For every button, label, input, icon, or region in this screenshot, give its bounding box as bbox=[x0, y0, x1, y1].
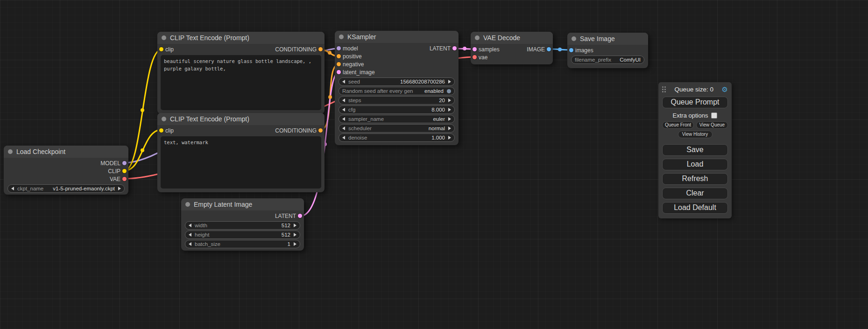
increment-arrow-icon[interactable] bbox=[448, 117, 451, 121]
drag-handle-icon[interactable] bbox=[662, 86, 666, 92]
latent-image-input-dot[interactable] bbox=[337, 70, 341, 74]
collapse-dot-icon[interactable] bbox=[475, 35, 480, 40]
decrement-arrow-icon[interactable] bbox=[342, 98, 345, 102]
extra-options-checkbox[interactable] bbox=[711, 112, 717, 119]
slot-label: LATENT bbox=[275, 213, 296, 219]
refresh-button[interactable]: Refresh bbox=[662, 173, 728, 185]
slot-row: model LATENT bbox=[335, 44, 459, 52]
decrement-arrow-icon[interactable] bbox=[342, 136, 345, 140]
widget-label: width bbox=[195, 223, 207, 228]
widget-label: batch_size bbox=[195, 241, 220, 247]
seed-widget[interactable]: seed 156680208700286 bbox=[339, 77, 455, 86]
slot-label: clip bbox=[165, 46, 174, 53]
slot-label: LATENT bbox=[430, 45, 451, 52]
increment-arrow-icon[interactable] bbox=[294, 224, 296, 227]
denoise-widget[interactable]: denoise 1.000 bbox=[339, 133, 455, 142]
vae-input-dot[interactable] bbox=[473, 55, 477, 59]
scheduler-widget[interactable]: scheduler normal bbox=[339, 124, 455, 133]
prompt-text-area[interactable]: text, watermark bbox=[161, 136, 321, 189]
random-seed-toggle-widget[interactable]: Random seed after every gen enabled bbox=[339, 87, 455, 95]
output-slot-latent: LATENT bbox=[181, 212, 304, 220]
clip-output-dot[interactable] bbox=[122, 169, 127, 173]
height-widget[interactable]: height 512 bbox=[185, 231, 300, 239]
decrement-arrow-icon[interactable] bbox=[11, 187, 14, 190]
node-graph-canvas[interactable]: Load Checkpoint MODEL CLIP VAE ckpt_name… bbox=[0, 0, 868, 329]
increment-arrow-icon[interactable] bbox=[118, 187, 121, 190]
collapse-dot-icon[interactable] bbox=[8, 149, 13, 154]
collapse-dot-icon[interactable] bbox=[185, 202, 190, 207]
node-titlebar[interactable]: Save Image bbox=[567, 33, 648, 45]
sampler-name-widget[interactable]: sampler_name euler bbox=[339, 115, 455, 123]
save-button[interactable]: Save bbox=[662, 144, 728, 156]
increment-arrow-icon[interactable] bbox=[294, 242, 296, 246]
vae-output-dot[interactable] bbox=[122, 177, 127, 181]
image-output-dot[interactable] bbox=[547, 47, 551, 51]
collapse-dot-icon[interactable] bbox=[339, 35, 344, 39]
increment-arrow-icon[interactable] bbox=[294, 233, 296, 237]
queue-front-button[interactable]: Queue Front bbox=[662, 121, 694, 129]
images-input-dot[interactable] bbox=[569, 48, 573, 52]
decrement-arrow-icon[interactable] bbox=[189, 242, 191, 246]
model-output-dot[interactable] bbox=[122, 161, 127, 165]
model-input-dot[interactable] bbox=[337, 46, 341, 50]
ckpt-name-widget[interactable]: ckpt_name v1-5-pruned-emaonly.ckpt bbox=[7, 184, 125, 193]
node-load-checkpoint[interactable]: Load Checkpoint MODEL CLIP VAE ckpt_name… bbox=[4, 146, 128, 195]
node-title: Save Image bbox=[580, 35, 615, 42]
samples-input-dot[interactable] bbox=[473, 47, 477, 51]
clip-input-dot[interactable] bbox=[159, 47, 163, 51]
increment-arrow-icon[interactable] bbox=[448, 80, 451, 84]
decrement-arrow-icon[interactable] bbox=[342, 117, 345, 121]
increment-arrow-icon[interactable] bbox=[448, 108, 451, 112]
latent-output-dot[interactable] bbox=[298, 214, 302, 218]
collapse-dot-icon[interactable] bbox=[572, 36, 576, 41]
latent-output-dot[interactable] bbox=[452, 46, 457, 50]
slot-row: images bbox=[567, 46, 648, 54]
node-titlebar[interactable]: VAE Decode bbox=[471, 32, 553, 44]
prompt-text-area[interactable]: beautiful scenery nature glass bottle la… bbox=[161, 55, 321, 110]
width-widget[interactable]: width 512 bbox=[185, 221, 300, 230]
conditioning-output-dot[interactable] bbox=[318, 128, 323, 133]
widget-value: 1.000 bbox=[431, 135, 445, 140]
node-titlebar[interactable]: Load Checkpoint bbox=[4, 146, 128, 158]
queue-prompt-button[interactable]: Queue Prompt bbox=[662, 97, 728, 108]
decrement-arrow-icon[interactable] bbox=[189, 224, 191, 227]
clip-input-dot[interactable] bbox=[159, 128, 163, 133]
node-ksampler[interactable]: KSampler model LATENT positive negative … bbox=[335, 31, 459, 145]
slot-label: latent_image bbox=[343, 69, 375, 76]
view-queue-button[interactable]: View Queue bbox=[696, 121, 728, 129]
slot-label: CONDITIONING bbox=[275, 127, 317, 134]
node-clip-text-encode-positive[interactable]: CLIP Text Encode (Prompt) clip CONDITION… bbox=[157, 32, 325, 114]
collapse-dot-icon[interactable] bbox=[162, 117, 166, 121]
clear-button[interactable]: Clear bbox=[662, 188, 728, 199]
decrement-arrow-icon[interactable] bbox=[342, 80, 345, 84]
node-titlebar[interactable]: Empty Latent Image bbox=[181, 198, 304, 210]
negative-input-dot[interactable] bbox=[337, 62, 341, 66]
positive-input-dot[interactable] bbox=[337, 54, 341, 58]
node-clip-text-encode-negative[interactable]: CLIP Text Encode (Prompt) clip CONDITION… bbox=[157, 113, 325, 192]
view-history-button[interactable]: View History bbox=[678, 131, 713, 138]
node-titlebar[interactable]: CLIP Text Encode (Prompt) bbox=[157, 113, 325, 125]
increment-arrow-icon[interactable] bbox=[448, 126, 451, 130]
collapse-dot-icon[interactable] bbox=[162, 35, 166, 40]
decrement-arrow-icon[interactable] bbox=[189, 233, 191, 237]
load-button[interactable]: Load bbox=[662, 159, 728, 170]
cfg-widget[interactable]: cfg 8.000 bbox=[339, 105, 455, 114]
load-default-button[interactable]: Load Default bbox=[662, 202, 728, 214]
widget-label: height bbox=[195, 232, 209, 238]
node-empty-latent-image[interactable]: Empty Latent Image LATENT width 512 heig… bbox=[181, 198, 304, 251]
steps-widget[interactable]: steps 20 bbox=[339, 96, 455, 105]
node-title: VAE Decode bbox=[483, 34, 520, 42]
decrement-arrow-icon[interactable] bbox=[342, 108, 345, 112]
batch-size-widget[interactable]: batch_size 1 bbox=[185, 240, 300, 248]
decrement-arrow-icon[interactable] bbox=[342, 126, 345, 130]
increment-arrow-icon[interactable] bbox=[448, 136, 451, 140]
toggle-knob-icon[interactable] bbox=[447, 89, 451, 93]
increment-arrow-icon[interactable] bbox=[448, 98, 451, 102]
conditioning-output-dot[interactable] bbox=[318, 47, 323, 51]
node-titlebar[interactable]: KSampler bbox=[335, 31, 459, 43]
node-titlebar[interactable]: CLIP Text Encode (Prompt) bbox=[157, 32, 325, 44]
filename-prefix-widget[interactable]: filename_prefix ComfyUI bbox=[571, 56, 644, 64]
settings-gear-icon[interactable]: ⚙ bbox=[722, 86, 728, 93]
node-save-image[interactable]: Save Image images filename_prefix ComfyU… bbox=[567, 33, 648, 68]
node-vae-decode[interactable]: VAE Decode samples IMAGE vae bbox=[471, 32, 553, 64]
